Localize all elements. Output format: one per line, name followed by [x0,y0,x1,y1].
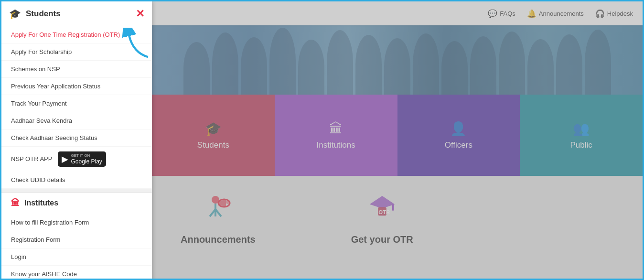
menu-item-login[interactable]: Login [1,248,152,266]
menu-item-track-payment[interactable]: Track Your Payment [1,95,152,112]
institutes-section-icon: 🏛 [11,198,20,208]
menu-item-registration-form[interactable]: Registration Form [1,231,152,248]
get-it-label: GET IT ON [71,153,102,158]
google-play-label: Google Play [71,158,102,165]
sidebar-divider [1,189,152,193]
menu-item-check-aadhaar[interactable]: Check Aadhaar Seeding Status [1,129,152,147]
sidebar-header: 🎓 Students ✕ [1,1,152,26]
sidebar-title-label: Students [26,9,61,19]
blue-arrow [121,28,154,61]
play-store-icon: ▶ [62,154,68,164]
nsp-otr-app-row: NSP OTR APP ▶ GET IT ON Google Play [1,147,152,172]
menu-item-aadhaar-seva[interactable]: Aadhaar Seva Kendra [1,112,152,129]
menu-item-check-udid[interactable]: Check UDID details [1,172,152,189]
institutes-section-header: 🏛 Institutes [1,193,152,214]
close-button[interactable]: ✕ [136,9,144,19]
menu-item-fill-form[interactable]: How to fill Registration Form [1,214,152,231]
students-section-icon: 🎓 [9,8,21,20]
google-play-badge[interactable]: ▶ GET IT ON Google Play [58,151,106,167]
google-play-text: GET IT ON Google Play [71,153,102,165]
menu-item-schemes-nsp[interactable]: Schemes on NSP [1,61,152,78]
menu-item-prev-year-status[interactable]: Previous Year Application Status [1,78,152,95]
menu-item-aishe-code[interactable]: Know your AISHE Code [1,266,152,280]
sidebar-title: 🎓 Students [9,8,61,20]
overlay [152,1,643,279]
institutes-section-label: Institutes [24,199,58,207]
nsp-otr-app-label: NSP OTR APP [11,155,52,162]
